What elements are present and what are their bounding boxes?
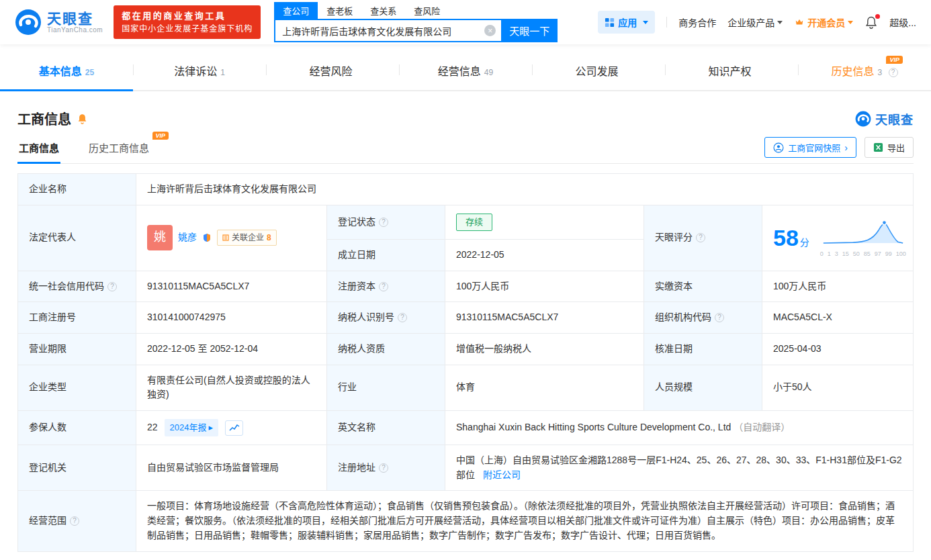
- nav-open-membership[interactable]: 开通会员: [794, 15, 853, 29]
- registration-number-value: 310141000742975: [136, 302, 327, 334]
- promo-line2: 国家中小企业发展子基金旗下机构: [122, 23, 253, 35]
- field-label: 纳税人资质: [327, 333, 445, 365]
- legal-representative-cell: 姚 姚彦 关联企业 8: [136, 205, 327, 271]
- field-label: 注册地址?: [327, 445, 445, 491]
- header-nav: 应用 商务合作 企业级产品 开通会员 超级...: [598, 11, 916, 34]
- field-label: 成立日期: [327, 239, 445, 271]
- field-label: 企业类型: [18, 365, 136, 410]
- tianyancha-logo[interactable]: 天眼查 TianYanCha.com: [15, 9, 103, 36]
- divider: [666, 17, 667, 28]
- tab-company-development[interactable]: 公司发展: [532, 52, 665, 90]
- question-icon[interactable]: ?: [379, 218, 388, 227]
- official-snapshot-button[interactable]: 工商官网快照 ›: [764, 137, 856, 158]
- notification-dot: [875, 14, 880, 19]
- avatar[interactable]: 姚: [147, 225, 173, 250]
- crown-icon: [794, 17, 805, 27]
- score-distribution-chart: 0131550859799100: [820, 216, 906, 259]
- score-axis-labels: 0131550859799100: [820, 250, 906, 259]
- search-tab-boss[interactable]: 查老板: [318, 2, 361, 19]
- tab-operational-risk[interactable]: 经营风险: [266, 52, 399, 90]
- search-box: × 天眼一下: [274, 19, 558, 42]
- registered-capital-value: 100万人民币: [445, 271, 644, 302]
- business-scope-value: 一般项目：体育场地设施经营（不含高危险性体育运动）；食品销售（仅销售预包装食品）…: [136, 491, 914, 551]
- caret-down-icon: [777, 21, 783, 24]
- company-info-table: 企业名称 上海许昕背后击球体育文化发展有限公司 法定代表人 姚 姚彦: [17, 173, 914, 552]
- nav-super-vip[interactable]: 超级...: [889, 15, 916, 29]
- search-tab-company[interactable]: 查公司: [274, 2, 318, 19]
- taxpayer-quality-value: 增值税一般纳税人: [445, 333, 644, 365]
- tab-legal-proceedings[interactable]: 法律诉讼1: [133, 52, 266, 90]
- field-label: 核准日期: [644, 333, 762, 365]
- vip-badge: VIP: [886, 56, 903, 64]
- question-icon[interactable]: ?: [70, 516, 79, 526]
- field-label: 统一社会信用代码?: [18, 271, 136, 302]
- company-section-tabs: 基本信息25 法律诉讼1 经营风险 经营信息49 公司发展 知识产权 VIP 历…: [0, 52, 931, 91]
- nav-enterprise-products[interactable]: 企业级产品: [727, 15, 783, 29]
- tab-intellectual-property[interactable]: 知识产权: [665, 52, 798, 90]
- industry-value: 体育: [445, 365, 644, 410]
- notifications-bell[interactable]: [864, 15, 878, 30]
- nearby-companies-link[interactable]: 附近公司: [483, 469, 521, 480]
- promo-banner[interactable]: 都在用的商业查询工具 国家中小企业发展子基金旗下机构: [114, 5, 261, 39]
- apps-menu-button[interactable]: 应用: [598, 11, 655, 34]
- field-label: 实缴资本: [644, 271, 762, 302]
- section-title: 工商信息: [17, 109, 71, 128]
- search-submit-button[interactable]: 天眼一下: [501, 19, 558, 42]
- row-business-scope: 经营范围? 一般项目：体育场地设施经营（不含高危险性体育运动）；食品销售（仅销售…: [18, 491, 914, 551]
- legal-rep-link[interactable]: 姚彦: [178, 230, 197, 245]
- question-icon[interactable]: ?: [379, 463, 388, 473]
- tab-business-info[interactable]: 经营信息49: [399, 52, 532, 90]
- caret-down-icon: [848, 21, 853, 24]
- question-icon[interactable]: ?: [398, 313, 407, 322]
- business-term-value: 2022-12-05 至 2052-12-04: [136, 333, 327, 365]
- registered-address-value: 中国（上海）自由贸易试验区金湘路1288号一层F1-H24、25、26、27、2…: [456, 455, 902, 480]
- question-icon[interactable]: ?: [107, 282, 117, 291]
- field-label: 天眼评分?: [644, 205, 762, 271]
- question-icon[interactable]: ?: [715, 313, 724, 322]
- registration-authority-value: 自由贸易试验区市场监督管理局: [136, 445, 327, 491]
- field-label: 营业期限: [18, 333, 136, 365]
- subscribe-bell-icon[interactable]: [77, 113, 88, 125]
- org-code-value: MAC5A5CL-X: [762, 302, 914, 334]
- tianyancha-watermark: 天眼查: [855, 110, 914, 128]
- chevron-right-icon: ›: [844, 143, 848, 152]
- field-label: 人员规模: [644, 365, 762, 410]
- tab-basic-info[interactable]: 基本信息25: [0, 52, 133, 90]
- subtab-actions: 工商官网快照 › 导出: [764, 137, 914, 158]
- search-tab-risk[interactable]: 查风险: [405, 2, 449, 19]
- score-value: 58分: [773, 220, 809, 256]
- annual-report-link[interactable]: 2024年报 ▸: [165, 419, 218, 436]
- field-label: 英文名称: [327, 410, 445, 445]
- search-tabs: 查公司 查老板 查关系 查风险: [274, 2, 558, 19]
- export-button[interactable]: 导出: [864, 137, 914, 158]
- main-content: 工商信息 天眼查 工商信息 VIP 历史工商信息: [0, 109, 931, 560]
- registration-status-cell: 存续: [445, 205, 644, 239]
- question-icon[interactable]: ?: [379, 282, 388, 291]
- vip-badge: VIP: [152, 132, 169, 140]
- related-companies-tag[interactable]: 关联企业 8: [217, 230, 277, 246]
- question-icon[interactable]: ?: [696, 233, 705, 242]
- field-label: 组织机构代码?: [644, 302, 762, 334]
- company-name-value: 上海许昕背后击球体育文化发展有限公司: [136, 174, 914, 205]
- row-term-quality: 营业期限 2022-12-05 至 2052-12-04 纳税人资质 增值税一般…: [18, 333, 914, 365]
- english-name-cell: Shanghai Xuxin Back Hitting Sports Cultu…: [445, 410, 914, 445]
- trend-chart-button[interactable]: [225, 420, 243, 436]
- search-input[interactable]: [274, 19, 501, 42]
- person-circle-icon: [773, 142, 784, 153]
- registered-address-cell: 中国（上海）自由贸易试验区金湘路1288号一层F1-H24、25、26、27、2…: [445, 445, 914, 491]
- caret-right-icon: ▸: [209, 421, 214, 434]
- status-badge: 存续: [456, 214, 492, 231]
- field-label: 行业: [327, 365, 445, 410]
- subtab-business-registration[interactable]: 工商信息: [17, 132, 60, 163]
- subtab-history-registration[interactable]: VIP 历史工商信息: [87, 132, 150, 163]
- question-icon[interactable]: ?: [889, 68, 898, 77]
- promo-line1: 都在用的商业查询工具: [122, 9, 253, 23]
- nav-business-cooperation[interactable]: 商务合作: [678, 15, 716, 29]
- logo-en-text: TianYanCha.com: [47, 26, 103, 34]
- search-tab-relation[interactable]: 查关系: [361, 2, 405, 19]
- field-label: 企业名称: [18, 174, 136, 205]
- auto-translate-note: （自动翻译）: [734, 422, 790, 432]
- tab-history-info[interactable]: VIP 历史信息3 ?: [798, 52, 931, 90]
- section-header: 工商信息 天眼查: [17, 109, 914, 128]
- graph-badge-icon[interactable]: [202, 233, 212, 242]
